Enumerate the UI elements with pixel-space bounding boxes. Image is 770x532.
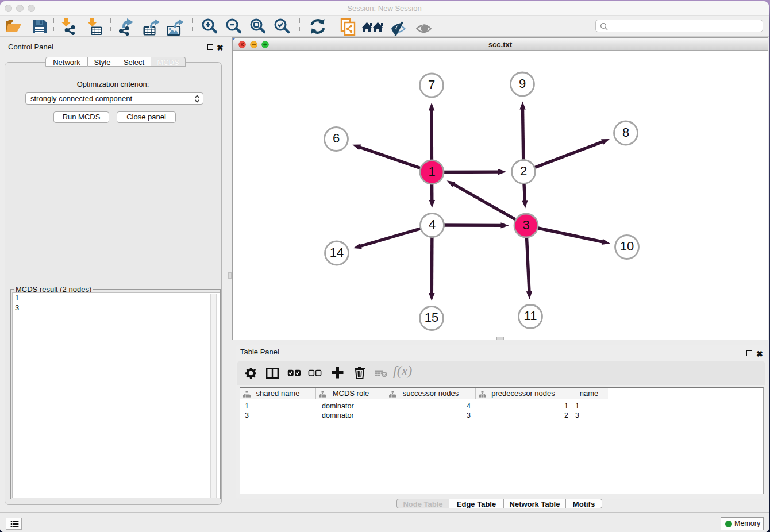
svg-text:1: 1 xyxy=(428,164,435,179)
svg-text:6: 6 xyxy=(333,131,340,145)
svg-text:14: 14 xyxy=(330,245,344,260)
svg-text:15: 15 xyxy=(425,310,438,325)
svg-text:2: 2 xyxy=(520,164,527,178)
svg-text:11: 11 xyxy=(524,309,537,323)
svg-text:4: 4 xyxy=(429,217,436,232)
svg-text:9: 9 xyxy=(519,76,526,91)
svg-text:3: 3 xyxy=(522,218,529,232)
svg-text:7: 7 xyxy=(428,78,435,92)
svg-text:10: 10 xyxy=(620,239,634,253)
svg-text:8: 8 xyxy=(622,125,629,140)
